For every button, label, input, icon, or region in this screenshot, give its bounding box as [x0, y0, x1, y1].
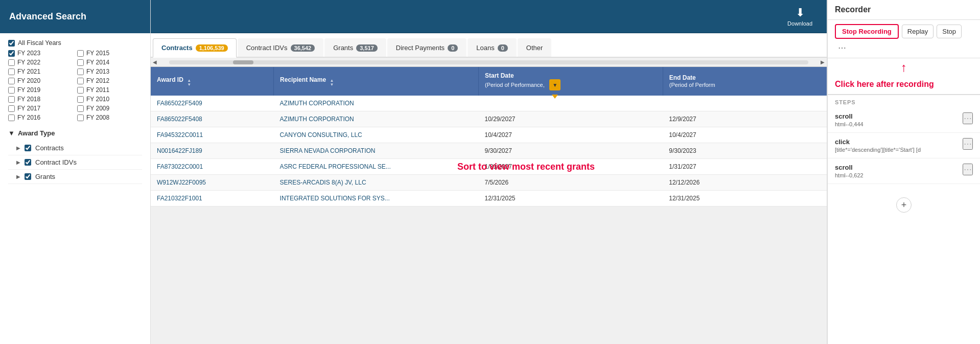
cell-recipient: SIERRA NEVADA CORPORATION — [274, 143, 479, 159]
sort-down-icon: ▼ — [330, 83, 334, 87]
fy-2014[interactable]: FY 2014 — [77, 59, 142, 66]
chevron-down-icon: ▼ — [8, 129, 15, 137]
expand-icon[interactable]: ▶ — [16, 174, 20, 179]
award-item-grants[interactable]: ▶ Grants — [8, 170, 142, 184]
cell-start-date: 9/30/2027 — [478, 143, 663, 159]
table-row: W912WJ22F0095 SERES-ARCADIS 8(A) JV, LLC… — [151, 175, 827, 191]
scroll-left-arrow[interactable]: ◀ — [151, 59, 159, 65]
col-award-id: Award ID ▲ ▼ — [151, 67, 274, 96]
tab-contracts[interactable]: Contracts 1,106,539 — [153, 38, 237, 58]
contract-idvs-checkbox[interactable] — [25, 159, 31, 166]
stop-button[interactable]: Stop — [937, 25, 962, 38]
all-fiscal-years-label: All Fiscal Years — [18, 39, 61, 47]
cell-start-date: 12/31/2025 — [478, 191, 663, 207]
cell-end-date: 10/4/2027 — [663, 127, 827, 143]
recorder-panel: Recorder Stop Recording Replay Stop ⋯ ↑ … — [827, 0, 980, 344]
fy-2016[interactable]: FY 2016 — [8, 114, 73, 121]
tab-grants-badge: 3,517 — [356, 44, 378, 52]
tab-contract-idvs[interactable]: Contract IDVs 36,542 — [238, 38, 324, 57]
cell-award-id: FA945322C0011 — [151, 127, 274, 143]
stop-recording-button[interactable]: Stop Recording — [835, 24, 899, 39]
sort-down-icon: ▼ — [187, 83, 191, 87]
cell-start-date — [478, 96, 663, 111]
fy-2019[interactable]: FY 2019 — [8, 86, 73, 94]
col-end-date: End Date(Period of Perform — [663, 67, 827, 96]
sidebar-title: Advanced Search — [0, 0, 150, 33]
fy-2018[interactable]: FY 2018 — [8, 96, 73, 103]
award-type-section: ▼ Award Type ▶ Contracts ▶ Contract IDVs… — [8, 129, 142, 184]
scroll-right-arrow[interactable]: ▶ — [819, 59, 827, 65]
replay-button[interactable]: Replay — [902, 25, 934, 38]
award-item-contract-idvs[interactable]: ▶ Contract IDVs — [8, 155, 142, 170]
fy-2021[interactable]: FY 2021 — [8, 68, 73, 75]
tab-loans[interactable]: Loans 0 — [468, 38, 517, 57]
horizontal-scrollbar[interactable]: ◀ ▶ — [151, 58, 827, 67]
recorder-header: Recorder — [828, 0, 980, 20]
grants-checkbox[interactable] — [25, 173, 31, 180]
award-item-contracts[interactable]: ▶ Contracts — [8, 141, 142, 155]
fy-2020[interactable]: FY 2020 — [8, 77, 73, 84]
table-row: FA865022F5409 AZIMUTH CORPORATION — [151, 96, 827, 111]
col-start-date: Start Date(Period of Performance, — [478, 67, 663, 96]
expand-icon[interactable]: ▶ — [16, 145, 20, 151]
step-1-detail: html--0,444 — [835, 121, 963, 127]
all-fiscal-years-row[interactable]: All Fiscal Years — [8, 39, 142, 47]
step-2: click [title*='descending'][title*='Star… — [828, 133, 980, 158]
scroll-track — [169, 60, 808, 64]
tab-direct-payments[interactable]: Direct Payments 0 — [387, 38, 467, 57]
sidebar: Advanced Search All Fiscal Years FY 2023… — [0, 0, 151, 344]
fy-2008[interactable]: FY 2008 — [77, 114, 142, 121]
main-header: ⬇ Download — [151, 0, 827, 33]
cell-recipient: CANYON CONSULTING, LLC — [274, 127, 479, 143]
click-here-text: Click here after recording — [835, 80, 934, 88]
add-step-button[interactable]: + — [896, 197, 912, 213]
tab-contract-idvs-badge: 36,542 — [291, 44, 315, 52]
step-1-options[interactable]: ⋯ — [963, 112, 973, 124]
recipient-sort-button[interactable]: ▲ ▼ — [330, 79, 334, 87]
tab-grants[interactable]: Grants 3,517 — [324, 38, 386, 57]
fy-2023[interactable]: FY 2023 — [8, 50, 73, 57]
award-id-sort-button[interactable]: ▲ ▼ — [187, 79, 191, 87]
expand-icon[interactable]: ▶ — [16, 159, 20, 165]
table-row: FA865022F5408 AZIMUTH CORPORATION 10/29/… — [151, 111, 827, 127]
tab-direct-payments-badge: 0 — [448, 44, 458, 52]
fy-2011[interactable]: FY 2011 — [77, 86, 142, 94]
step-3-options[interactable]: ⋯ — [963, 164, 973, 175]
scroll-thumb[interactable] — [233, 60, 253, 64]
tab-other[interactable]: Other — [518, 38, 552, 57]
col-recipient-name: Recipient Name ▲ ▼ — [274, 67, 479, 96]
all-fiscal-years-checkbox[interactable] — [8, 40, 15, 47]
download-button[interactable]: ⬇ Download — [781, 3, 819, 30]
step-2-detail: [title*='descending'][title*='Start'] [d — [835, 147, 963, 153]
fy-2013[interactable]: FY 2013 — [77, 68, 142, 75]
cell-start-date: 10/29/2027 — [478, 111, 663, 127]
fy-2009[interactable]: FY 2009 — [77, 105, 142, 112]
cell-end-date: 1/31/2027 — [663, 159, 827, 175]
fy-2012[interactable]: FY 2012 — [77, 77, 142, 84]
table-row: FA945322C0011 CANYON CONSULTING, LLC 10/… — [151, 127, 827, 143]
fy-2017[interactable]: FY 2017 — [8, 105, 73, 112]
start-date-sort-button[interactable] — [549, 79, 561, 90]
more-options-button[interactable]: ⋯ — [835, 42, 849, 54]
table-header-row: Award ID ▲ ▼ Recipient Name ▲ ▼ — [151, 67, 827, 96]
step-2-options[interactable]: ⋯ — [963, 138, 973, 150]
steps-label: STEPS — [828, 95, 980, 107]
cell-start-date: 1/31/2027 — [478, 159, 663, 175]
results-table-container[interactable]: Award ID ▲ ▼ Recipient Name ▲ ▼ — [151, 67, 827, 207]
add-step-area: + — [828, 184, 980, 226]
sidebar-body: All Fiscal Years FY 2023 FY 2015 FY 2022… — [0, 33, 150, 344]
contracts-checkbox[interactable] — [25, 145, 31, 151]
cell-award-id: FA873022C0001 — [151, 159, 274, 175]
award-type-header[interactable]: ▼ Award Type — [8, 129, 142, 137]
main-content: ⬇ Download Contracts 1,106,539 Contract … — [151, 0, 827, 344]
fy-2010[interactable]: FY 2010 — [77, 96, 142, 103]
cell-award-id: FA865022F5408 — [151, 111, 274, 127]
table-row: FA873022C0001 ASRC FEDERAL PROFESSIONAL … — [151, 159, 827, 175]
cell-end-date: 12/12/2026 — [663, 175, 827, 191]
fy-2022[interactable]: FY 2022 — [8, 59, 73, 66]
tabs-row: Contracts 1,106,539 Contract IDVs 36,542… — [151, 33, 827, 58]
tab-contracts-badge: 1,106,539 — [196, 44, 228, 52]
cell-award-id: W912WJ22F0095 — [151, 175, 274, 191]
fy-2015[interactable]: FY 2015 — [77, 50, 142, 57]
cell-recipient: AZIMUTH CORPORATION — [274, 111, 479, 127]
